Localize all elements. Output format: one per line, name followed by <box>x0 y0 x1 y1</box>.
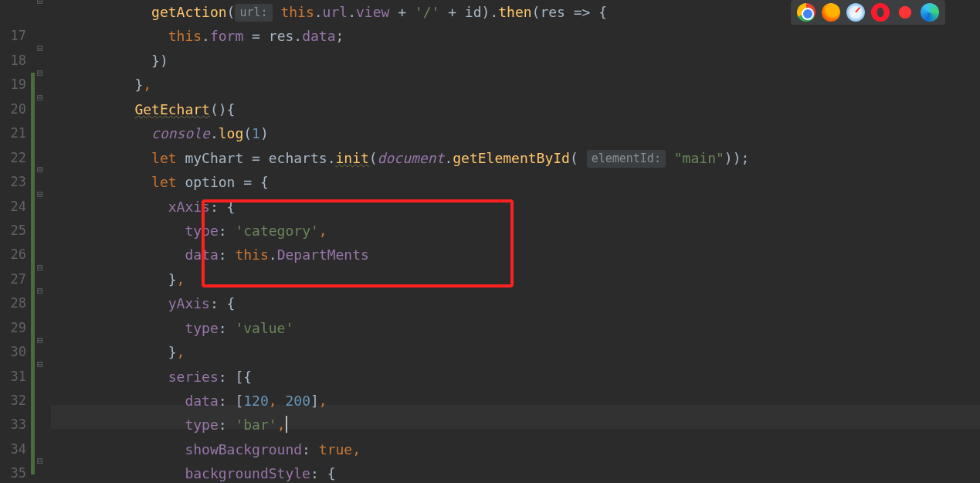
code-line[interactable]: data: [120, 200], <box>51 389 980 413</box>
code-line[interactable]: }) <box>51 49 980 73</box>
code-line[interactable]: series: [{ <box>51 365 980 389</box>
line-number: 35 <box>0 461 26 483</box>
line-number <box>0 0 26 24</box>
fold-close-icon[interactable]: ⊟ <box>37 68 43 78</box>
line-number: 29 <box>0 316 26 340</box>
code-line[interactable]: this.form = res.data; <box>51 24 980 48</box>
line-number: 22 <box>0 146 26 170</box>
line-number: 33 <box>0 413 26 437</box>
fold-gutter[interactable]: ⊟ ⊟ ⊟ ⊟ ⊟ ⊟ ⊟ ⊟ ⊟ ⊟ ⊟ <box>36 0 51 483</box>
code-line[interactable]: xAxis: { <box>51 195 980 219</box>
line-number: 19 <box>0 73 26 97</box>
line-number: 34 <box>0 437 26 461</box>
fold-open-icon[interactable]: ⊟ <box>37 165 43 175</box>
edge-icon[interactable] <box>921 3 939 22</box>
code-line[interactable]: backgroundStyle: { <box>51 461 980 483</box>
code-line[interactable]: yAxis: { <box>51 291 980 315</box>
line-number: 20 <box>0 97 26 121</box>
line-number: 25 <box>0 219 26 243</box>
line-number-gutter: 17 18 19 20 21 22 23 24 25 26 27 28 29 3… <box>0 0 31 483</box>
line-number: 26 <box>0 243 26 267</box>
line-number: 23 <box>0 170 26 194</box>
code-line[interactable]: showBackground: true, <box>51 437 980 461</box>
line-number: 17 <box>0 24 26 48</box>
line-number: 30 <box>0 340 26 364</box>
firefox-icon[interactable] <box>822 3 840 22</box>
code-line[interactable]: type: 'value' <box>51 316 980 340</box>
code-line[interactable]: console.log(1) <box>51 121 980 145</box>
fold-open-icon[interactable]: ⊟ <box>37 359 43 369</box>
code-line[interactable]: type: 'category', <box>51 219 980 243</box>
fold-close-icon[interactable]: ⊟ <box>37 335 43 345</box>
fold-close-icon[interactable]: ⊟ <box>37 263 43 273</box>
line-number: 24 <box>0 195 26 219</box>
line-number: 21 <box>0 121 26 145</box>
vcs-change-marker <box>31 73 35 474</box>
line-number: 32 <box>0 389 26 413</box>
fold-open-icon[interactable]: ⊟ <box>37 286 43 296</box>
line-number: 27 <box>0 267 26 291</box>
fold-open-icon[interactable]: ⊟ <box>37 93 43 103</box>
opera-icon[interactable] <box>871 3 890 22</box>
code-line[interactable]: data: this.DepartMents <box>51 243 980 267</box>
text-caret <box>286 416 287 433</box>
code-line[interactable]: GetEchart(){ <box>51 97 980 121</box>
line-number: 18 <box>0 49 26 73</box>
code-line[interactable]: }, <box>51 73 980 97</box>
safari-icon[interactable] <box>846 3 865 22</box>
code-content[interactable]: getAction(url: this.url.view + '/' + id)… <box>51 0 980 483</box>
line-number: 28 <box>0 291 26 315</box>
fold-open-icon[interactable]: ⊟ <box>37 189 43 199</box>
code-line[interactable]: }, <box>51 267 980 291</box>
code-line[interactable]: let option = { <box>51 170 980 194</box>
fold-open-icon[interactable]: ⊟ <box>37 456 43 466</box>
code-line[interactable]: type: 'bar', <box>51 413 980 437</box>
browser-preview-toolbar[interactable] <box>791 0 945 25</box>
code-line[interactable]: let myChart = echarts.init(document.getE… <box>51 146 980 170</box>
line-number: 31 <box>0 365 26 389</box>
fold-marker-icon[interactable]: ⊟ <box>37 0 43 6</box>
yandex-icon[interactable] <box>896 3 914 22</box>
fold-close-icon[interactable]: ⊟ <box>37 43 43 53</box>
code-editor[interactable]: 17 18 19 20 21 22 23 24 25 26 27 28 29 3… <box>0 0 980 483</box>
chrome-icon[interactable] <box>797 3 816 22</box>
code-line[interactable]: }, <box>51 340 980 364</box>
